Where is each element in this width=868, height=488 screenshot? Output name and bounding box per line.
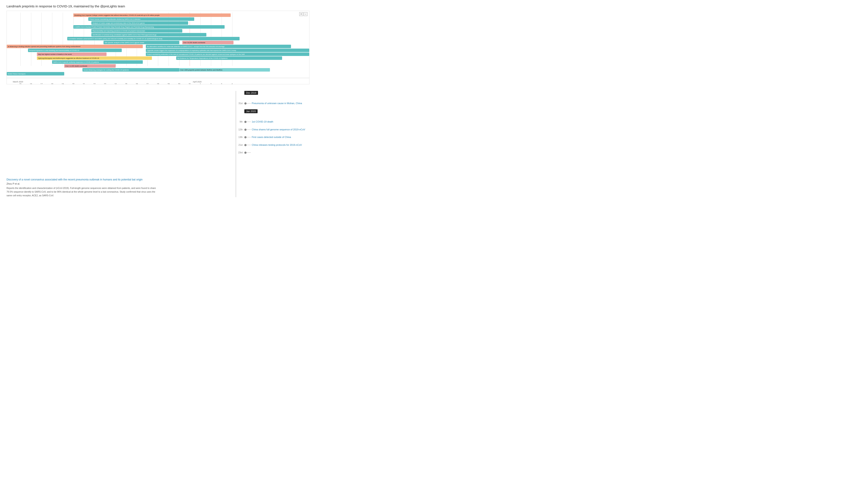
- preprint-box[interactable]: fected rhesus macaques: [7, 72, 64, 75]
- article-authors: Zhou P et al.: [6, 183, 158, 185]
- event-connector: [247, 137, 251, 137]
- preprint-box[interactable]: Over 1000 preprints posted between BioRx…: [179, 68, 270, 72]
- timeline-event-jan21: 21st China releases testing protocols fo…: [231, 143, 309, 147]
- preprint-box[interactable]: Italy has highest number of deaths in th…: [37, 53, 106, 56]
- event-dot: [244, 144, 247, 146]
- preprint-box[interactable]: Correlation between universal BCG vaccin…: [67, 37, 240, 40]
- x-axis: [7, 78, 309, 78]
- preprint-box[interactable]: Over 33,000 deaths worldwide: [182, 41, 234, 44]
- event-text: China shares full genome sequence of 201…: [251, 128, 305, 131]
- timeline-event-dec31: 31st Pneumonia of unknown cause in Wuhan…: [231, 102, 309, 105]
- event-date: 21st: [231, 143, 244, 146]
- article-title[interactable]: Discovery of a novel coronavirus associa…: [6, 177, 158, 182]
- preprint-box[interactable]: Reproducibility and reporting practices …: [91, 29, 182, 33]
- article-section: Discovery of a novel coronavirus associa…: [6, 91, 218, 197]
- event-connector: [247, 122, 251, 122]
- timeline-event-jan13: 13th First cases detected outside of Chi…: [231, 135, 309, 139]
- chart-title: Landmark preprints in response to COVID-…: [6, 4, 309, 8]
- article-block: Discovery of a novel coronavirus associa…: [6, 177, 158, 197]
- event-date: 13th: [231, 135, 244, 138]
- event-dot: [244, 152, 247, 154]
- timeline-right: Dec 2019 31st Pneumonia of unknown cause…: [218, 91, 309, 197]
- preprint-box[interactable]: Over 11,000 deaths worldwide: [64, 64, 116, 68]
- preprint-box[interactable]: Hydroxychloroquine and Azithromycin sugg…: [37, 56, 152, 60]
- event-text: China releases testing protocols for 201…: [251, 143, 302, 147]
- preprint-box[interactable]: Social distancing strategies for curbing…: [83, 68, 179, 72]
- chart-container: + -: [6, 11, 309, 85]
- timeline-event-jan9: 9th 1st COVID-19 death: [231, 120, 309, 123]
- event-date: 23rd: [231, 151, 244, 154]
- preprint-box[interactable]: Analysis of codon usage and evolutionary…: [91, 21, 188, 25]
- event-dot: [244, 129, 247, 131]
- month-marker-dec2019: Dec 2019: [244, 91, 258, 95]
- page-container: Landmark preprints in response to COVID-…: [0, 0, 316, 201]
- preprint-box[interactable]: Identification of antiviral drug candida…: [91, 33, 206, 36]
- timeline-section: Discovery of a novel coronavirus associa…: [6, 91, 309, 197]
- preprint-box[interactable]: No Evidence for Temperature-Dependence o…: [176, 56, 282, 60]
- event-text: First cases detected outside of China: [251, 135, 291, 139]
- event-connector: [247, 145, 251, 145]
- event-text: 1st COVID-19 death: [251, 120, 273, 123]
- preprint-area: Modelling from Imperial College London s…: [7, 12, 309, 75]
- preprint-box[interactable]: Site-specific analysis of the SARS-CoV-2…: [103, 41, 179, 44]
- event-connector: [247, 129, 251, 130]
- preprint-box[interactable]: Cigarette smoke triggers the expansion o…: [146, 48, 309, 52]
- event-dot: [244, 136, 247, 138]
- preprint-box[interactable]: Potent human neutralizing antibodies eli…: [88, 18, 194, 21]
- preprint-box[interactable]: A SARS-CoV-2-Human Protein-Protein Inter…: [73, 25, 225, 29]
- preprint-box[interactable]: al distancing in limiting infection spre…: [7, 45, 143, 48]
- preprint-box[interactable]: Modelling from Imperial College London s…: [73, 13, 231, 17]
- preprint-box[interactable]: SARS-CoV-2 specific antibody responses i…: [52, 60, 143, 64]
- preprint-box[interactable]: Temporal dynamics in viral shedding and …: [28, 48, 122, 52]
- timeline-event-jan12: 12th China shares full genome sequence o…: [231, 128, 309, 131]
- timeline-event-jan23: 23rd: [231, 151, 309, 154]
- event-dot: [244, 102, 247, 104]
- event-text: Pneumonia of unknown cause in Wuhan, Chi…: [251, 102, 302, 105]
- event-dot: [244, 121, 247, 123]
- article-abstract: Reports the identification and character…: [6, 186, 158, 197]
- preprint-box[interactable]: An alternative workflow for molecular de…: [146, 45, 291, 48]
- month-marker-jan2020: Jan 2020: [244, 109, 257, 113]
- event-date: 31st: [231, 102, 244, 104]
- event-date: 12th: [231, 128, 244, 131]
- event-date: 9th: [231, 120, 244, 123]
- preprint-box[interactable]: Potent neutralizing antibodies in the se…: [146, 53, 309, 56]
